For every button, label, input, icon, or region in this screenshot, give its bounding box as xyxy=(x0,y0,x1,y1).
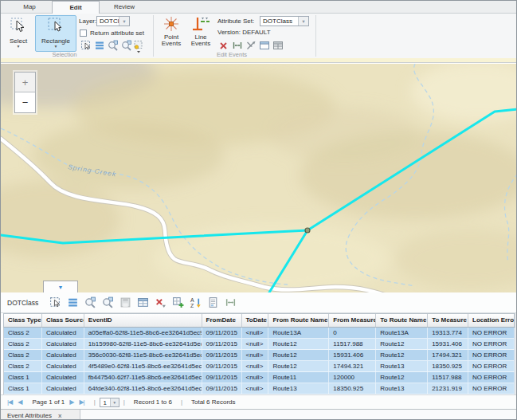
table-cell: Route12 xyxy=(376,350,428,360)
route-junction-marker[interactable] xyxy=(305,228,310,233)
first-page-button[interactable]: |◀ xyxy=(7,398,12,406)
layer-dropdown-value: DOTClass xyxy=(97,18,119,25)
bottom-tab-bar: Event Attributes x xyxy=(1,409,517,420)
table-cell: 21231.919 xyxy=(428,383,468,394)
column-header[interactable]: Location Error xyxy=(468,314,515,327)
line-events-button[interactable]: Line Events xyxy=(187,15,214,52)
tab-review[interactable]: Review xyxy=(100,1,149,14)
split-event-icon[interactable] xyxy=(245,40,257,51)
attribute-box-icon[interactable] xyxy=(133,40,144,51)
line-events-icon xyxy=(191,26,210,33)
zoom-out-button[interactable]: − xyxy=(15,92,35,112)
open-table-icon[interactable] xyxy=(137,296,149,308)
table-row[interactable]: Class 1Calculatedfb447540-62f7-11e5-8bc6… xyxy=(4,372,515,383)
measures-icon[interactable] xyxy=(225,296,237,308)
table-row[interactable]: Class 2Calculated356c0030-62f8-11e5-8bc6… xyxy=(4,350,515,361)
column-header[interactable]: From Measure xyxy=(329,314,376,327)
ribbon-tab-bar: Map Edit Review xyxy=(1,1,517,14)
table-cell: 17494.321 xyxy=(428,350,468,360)
svg-text:Z: Z xyxy=(190,303,194,308)
table-cell: Route13 xyxy=(376,383,428,394)
column-header[interactable]: To Measure xyxy=(428,314,468,327)
table-cell: 120000 xyxy=(329,372,376,383)
return-attribute-set-label: Return attribute set xyxy=(90,29,144,37)
attribute-set-dropdown-value: DOTClass xyxy=(260,18,298,25)
layer-dropdown[interactable]: DOTClass ▼ xyxy=(96,16,130,26)
panel-collapse-button[interactable]: ▼ xyxy=(43,281,78,292)
tab-map[interactable]: Map xyxy=(7,1,52,14)
zoom-in-button[interactable]: + xyxy=(15,73,35,92)
attribute-table: Class TypeClass SourceEventIDFromDateToD… xyxy=(1,313,517,394)
table-cell: Calculated xyxy=(42,328,84,338)
table-cell: Route12 xyxy=(268,339,329,349)
show-selected-records-icon[interactable] xyxy=(67,296,79,308)
table-cell: <null> xyxy=(242,383,269,394)
point-events-button[interactable]: Point Events xyxy=(157,15,186,52)
next-page-button[interactable]: ▶ xyxy=(69,398,73,406)
delete-event-icon[interactable] xyxy=(218,40,229,51)
previous-page-button[interactable]: ◀ xyxy=(18,398,22,406)
rectangle-button[interactable]: Rectangle ▼ xyxy=(35,15,76,52)
map-view[interactable]: Spring Creek + − ▼ xyxy=(1,64,517,292)
last-page-button[interactable]: ▶| xyxy=(79,398,84,406)
measure-range-icon[interactable] xyxy=(232,40,243,51)
select-button[interactable]: Select ▼ xyxy=(3,15,33,52)
sort-records-icon[interactable]: AZ xyxy=(190,296,202,308)
column-header[interactable]: To Route Name xyxy=(376,314,428,327)
column-header[interactable]: FromDate xyxy=(202,314,242,327)
report-icon[interactable] xyxy=(207,296,219,308)
table-cell: <null> xyxy=(242,339,269,349)
pan-to-selected-icon[interactable] xyxy=(102,296,114,308)
tab-edit[interactable]: Edit xyxy=(52,1,100,14)
column-header[interactable]: ToDate xyxy=(242,314,269,327)
table-cell: Route12 xyxy=(376,372,428,383)
table-row[interactable]: Class 2Calculated1b159980-62f8-11e5-8bc6… xyxy=(4,339,515,350)
attribute-set-dropdown-arrow-icon[interactable]: ▼ xyxy=(298,17,308,26)
table-cell: <null> xyxy=(242,372,269,383)
select-records-icon[interactable] xyxy=(49,296,61,308)
attribute-set-dropdown[interactable]: DOTClass ▼ xyxy=(260,16,309,26)
table-row[interactable]: Class 2Calculateda05effa0-62f8-11e5-8bc6… xyxy=(4,328,515,339)
table-cell: a05effa0-62f8-11e5-8bc6-ee32641d5ec9 xyxy=(84,328,202,338)
save-edits-icon[interactable] xyxy=(119,296,131,308)
zoom-to-selection-icon[interactable] xyxy=(108,40,119,51)
select-by-rectangle-icon[interactable] xyxy=(80,40,92,51)
table-cell: fb447540-62f7-11e5-8bc6-ee32641d5ec9 xyxy=(84,372,202,383)
delete-record-icon[interactable] xyxy=(155,296,166,308)
table-cell: 19313.774 xyxy=(428,328,468,338)
table-cell: Route13 xyxy=(376,361,428,371)
column-header[interactable]: EventID xyxy=(84,314,202,327)
table-cell: Calculated xyxy=(42,339,84,349)
zoom-to-selected-icon[interactable] xyxy=(84,296,96,308)
tab-event-attributes[interactable]: Event Attributes x xyxy=(1,410,80,420)
collapse-arrow-icon: ▼ xyxy=(58,285,64,290)
page-number-dropdown[interactable]: 1 ▼ xyxy=(100,398,119,407)
point-events-label: Point Events xyxy=(158,34,185,47)
page-dropdown-arrow-icon[interactable]: ▼ xyxy=(110,398,119,406)
column-header[interactable]: Class Source xyxy=(42,314,84,327)
select-dropdown-caret-icon[interactable]: ▼ xyxy=(4,45,33,48)
selection-list-icon[interactable] xyxy=(94,40,105,51)
add-record-icon[interactable] xyxy=(172,296,184,308)
rectangle-dropdown-caret-icon[interactable]: ▼ xyxy=(36,45,76,48)
table-cell: Calculated xyxy=(42,372,84,383)
pan-to-selection-icon[interactable] xyxy=(121,40,132,51)
separator: | xyxy=(123,398,125,406)
table-row[interactable]: Class 1Calculated64fde340-62f8-11e5-8bc6… xyxy=(4,383,515,394)
table-cell: Class 2 xyxy=(4,328,42,338)
record-range-text: Record 1 to 6 xyxy=(134,398,172,406)
separator: | xyxy=(181,398,182,406)
version-text: Version: DEFAULT xyxy=(217,29,271,36)
layer-label: Layer: xyxy=(79,18,96,25)
attribute-window-icon[interactable] xyxy=(259,40,270,51)
table-cell: 09/11/2015 xyxy=(202,339,242,349)
ribbon: Map Edit Review Select ▼ xyxy=(1,1,517,58)
layer-dropdown-arrow-icon[interactable]: ▼ xyxy=(119,17,129,26)
table-row[interactable]: Class 2Calculated4f5489e0-62f8-11e5-8bc6… xyxy=(4,361,515,372)
attribute-table-icon[interactable] xyxy=(272,40,284,51)
return-attribute-set-checkbox[interactable] xyxy=(80,29,87,37)
column-header[interactable]: Class Type xyxy=(4,314,42,327)
column-header[interactable]: From Route Name xyxy=(268,314,329,327)
close-tab-icon[interactable]: x xyxy=(58,412,61,419)
table-cell: Route11 xyxy=(268,372,329,383)
